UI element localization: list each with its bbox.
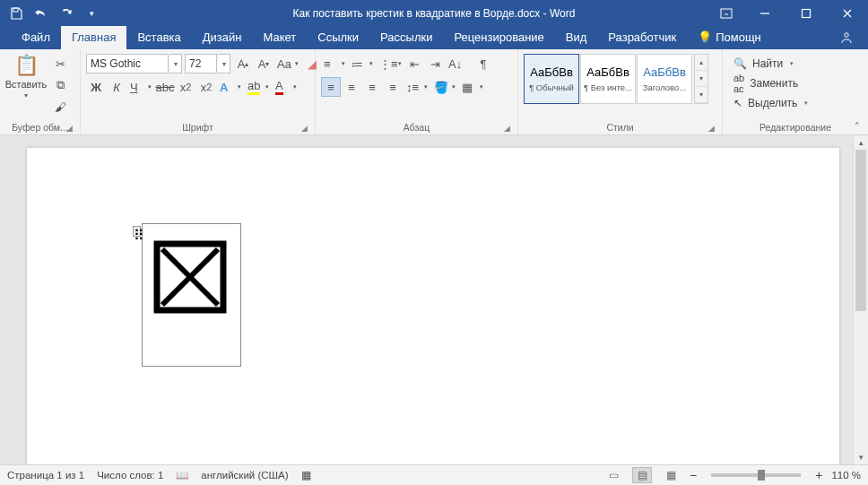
pilcrow-icon: ¶ bbox=[481, 57, 487, 71]
style-normal[interactable]: АаБбВв¶ Обычный bbox=[524, 54, 579, 104]
styles-expand[interactable]: ▾ bbox=[695, 87, 707, 103]
svg-point-4 bbox=[845, 33, 848, 37]
font-launcher-icon[interactable]: ◢ bbox=[299, 123, 309, 134]
redo-icon[interactable] bbox=[56, 3, 77, 24]
textbox-anchor-handle[interactable]: ⠿ bbox=[133, 226, 141, 237]
web-layout-button[interactable]: ▦ bbox=[661, 467, 681, 483]
undo-icon[interactable] bbox=[30, 3, 52, 24]
superscript-button[interactable]: x2 bbox=[196, 77, 216, 97]
minimize-button[interactable] bbox=[744, 0, 786, 26]
borders-button[interactable]: ▦▾ bbox=[459, 77, 486, 97]
replace-button[interactable]: abacЗаменить bbox=[730, 74, 812, 93]
tab-references[interactable]: Ссылки bbox=[307, 26, 369, 49]
scroll-up-button[interactable]: ▴ bbox=[854, 135, 868, 150]
grow-font-button[interactable]: A▴ bbox=[233, 54, 253, 74]
decrease-indent-button[interactable]: ⇤ bbox=[404, 54, 424, 74]
justify-button[interactable]: ≡ bbox=[383, 77, 403, 97]
bold-button[interactable]: Ж bbox=[86, 77, 106, 97]
increase-indent-button[interactable]: ⇥ bbox=[425, 54, 445, 74]
sort-button[interactable]: A↓ bbox=[446, 54, 473, 74]
share-button[interactable] bbox=[825, 26, 868, 49]
tab-developer[interactable]: Разработчик bbox=[597, 26, 687, 49]
shading-button[interactable]: 🪣▾ bbox=[431, 77, 458, 97]
zoom-slider-thumb[interactable] bbox=[758, 470, 765, 481]
strikethrough-button[interactable]: abc bbox=[155, 77, 175, 97]
print-layout-button[interactable]: ▤ bbox=[632, 467, 652, 483]
underline-button[interactable]: Ч▾ bbox=[127, 77, 154, 97]
select-label: Выделить bbox=[748, 97, 797, 109]
zoom-slider[interactable] bbox=[711, 473, 801, 477]
tab-tell-me[interactable]: 💡Помощн bbox=[687, 26, 772, 49]
spellcheck-icon[interactable]: 📖 bbox=[176, 469, 188, 481]
qat-customize-icon[interactable]: ▾ bbox=[81, 3, 102, 24]
line-spacing-button[interactable]: ↕≡▾ bbox=[404, 77, 430, 97]
align-left-button[interactable]: ≡ bbox=[321, 77, 341, 97]
page-indicator[interactable]: Страница 1 из 1 bbox=[7, 470, 84, 481]
language-indicator[interactable]: английский (США) bbox=[201, 470, 288, 481]
word-count[interactable]: Число слов: 1 bbox=[97, 470, 163, 481]
styles-scroll-up[interactable]: ▴ bbox=[695, 55, 707, 71]
font-name-input[interactable] bbox=[86, 54, 169, 74]
clipboard-launcher-icon[interactable]: ◢ bbox=[64, 123, 74, 134]
tab-design[interactable]: Дизайн bbox=[192, 26, 253, 49]
collapse-ribbon-button[interactable]: ˄ bbox=[850, 120, 864, 133]
text-box[interactable]: ⠿ bbox=[142, 223, 241, 367]
style-name-label: Заголово... bbox=[643, 82, 686, 92]
paragraph-launcher-icon[interactable]: ◢ bbox=[501, 123, 512, 134]
window-title: Как поставить крестик в квадратике в Вор… bbox=[293, 7, 576, 20]
scroll-down-button[interactable]: ▾ bbox=[854, 450, 868, 464]
ribbon-display-options-icon[interactable] bbox=[708, 0, 744, 26]
tab-review[interactable]: Рецензирование bbox=[443, 26, 554, 49]
tab-view[interactable]: Вид bbox=[555, 26, 598, 49]
copy-button[interactable]: ⧉ bbox=[50, 75, 70, 95]
document-canvas[interactable]: ⠿ bbox=[0, 135, 853, 464]
highlighter-icon: ab bbox=[247, 79, 260, 95]
vertical-scrollbar[interactable]: ▴ ▾ bbox=[853, 135, 868, 464]
zoom-level[interactable]: 110 % bbox=[831, 470, 861, 481]
zoom-in-button[interactable]: + bbox=[815, 468, 822, 482]
tab-insert[interactable]: Вставка bbox=[126, 26, 191, 49]
bullets-button[interactable]: ≡▾ bbox=[321, 54, 348, 74]
align-center-button[interactable]: ≡ bbox=[342, 77, 361, 97]
styles-gallery[interactable]: АаБбВв¶ Обычный АаБбВв¶ Без инте... АаБб… bbox=[522, 52, 710, 106]
multilevel-list-button[interactable]: ⋮≡▾ bbox=[377, 54, 404, 74]
styles-launcher-icon[interactable]: ◢ bbox=[706, 123, 716, 134]
align-right-button[interactable]: ≡ bbox=[362, 77, 382, 97]
show-marks-button[interactable]: ¶ bbox=[473, 54, 493, 74]
zoom-out-button[interactable]: − bbox=[690, 468, 697, 482]
group-clipboard-label: Буфер обм... bbox=[12, 122, 68, 133]
tab-layout[interactable]: Макет bbox=[252, 26, 307, 49]
style-heading1[interactable]: АаБбВвЗаголово... bbox=[637, 54, 692, 104]
page[interactable]: ⠿ bbox=[27, 148, 839, 464]
scroll-thumb[interactable] bbox=[855, 150, 866, 311]
change-case-button[interactable]: Aa▾ bbox=[274, 54, 301, 74]
quick-access-toolbar: ▾ bbox=[0, 3, 102, 24]
format-painter-button[interactable]: 🖌 bbox=[50, 97, 70, 117]
style-no-spacing[interactable]: АаБбВв¶ Без инте... bbox=[580, 54, 636, 104]
shrink-font-button[interactable]: A▾ bbox=[254, 54, 273, 74]
style-preview: АаБбВв bbox=[586, 65, 629, 79]
read-mode-button[interactable]: ▭ bbox=[603, 467, 623, 483]
find-button[interactable]: 🔍Найти▾ bbox=[730, 54, 812, 74]
tab-home[interactable]: Главная bbox=[61, 26, 126, 49]
text-effects-button[interactable]: A▾ bbox=[217, 77, 244, 97]
italic-button[interactable]: К bbox=[107, 77, 126, 97]
save-icon[interactable] bbox=[5, 3, 27, 24]
cut-button[interactable]: ✂ bbox=[50, 54, 70, 74]
group-font-label: Шрифт bbox=[182, 122, 213, 133]
highlight-button[interactable]: ab▾ bbox=[245, 77, 272, 97]
select-button[interactable]: ↖Выделить▾ bbox=[730, 93, 812, 113]
maximize-button[interactable] bbox=[786, 0, 827, 26]
numbering-button[interactable]: ≔▾ bbox=[349, 54, 376, 74]
tab-file[interactable]: Файл bbox=[11, 26, 61, 49]
styles-scroll-down[interactable]: ▾ bbox=[695, 71, 707, 87]
subscript-button[interactable]: x2 bbox=[176, 77, 195, 97]
font-size-dropdown-icon[interactable]: ▾ bbox=[218, 54, 230, 74]
paste-button[interactable]: 📋 Вставить ▾ bbox=[4, 52, 48, 101]
macro-icon[interactable]: ▦ bbox=[301, 469, 311, 481]
font-color-button[interactable]: A▾ bbox=[273, 77, 299, 97]
font-size-input[interactable] bbox=[185, 54, 217, 74]
tab-mailings[interactable]: Рассылки bbox=[369, 26, 443, 49]
font-name-dropdown-icon[interactable]: ▾ bbox=[169, 54, 182, 74]
close-button[interactable] bbox=[827, 0, 868, 26]
